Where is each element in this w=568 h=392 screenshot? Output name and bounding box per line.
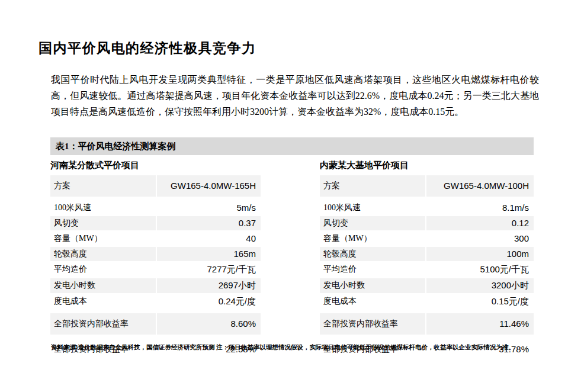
left-table: 方案 GW165-4.0MW-165H 100米风速 5m/s 风切变 0.37…: [50, 175, 261, 361]
row-value: 11.46%: [426, 313, 534, 335]
row-value: 0.24元/度: [157, 294, 261, 309]
table-row: 方案 GW165-4.0MW-100H: [320, 175, 534, 197]
table-row: 风切变 0.37: [50, 216, 261, 230]
row-label: 发电小时数: [320, 278, 425, 293]
row-value: 0.12: [426, 216, 534, 230]
table-row: 方案 GW165-4.0MW-165H: [50, 175, 261, 197]
row-value: 3200小时: [426, 278, 534, 293]
row-value: 2697小时: [157, 278, 261, 293]
row-value: GW165-4.0MW-165H: [157, 175, 261, 197]
row-value: 300: [426, 232, 534, 246]
row-value: 5m/s: [157, 201, 261, 215]
table-row: 容量（MW） 40: [50, 232, 261, 246]
row-label: 轮毂高度: [50, 247, 156, 261]
left-table-header: 河南某分散式平价项目: [50, 160, 261, 171]
table-row: 度电成本 0.24元/度: [50, 294, 261, 309]
table-section: 表1：平价风电经济性测算案例 河南某分散式平价项目 内蒙某大基地平价项目 方案 …: [50, 137, 534, 361]
row-label: 度电成本: [50, 294, 156, 309]
row-value: 40: [157, 232, 261, 246]
row-label: 容量（MW）: [320, 232, 425, 246]
row-label: 平均造价: [50, 262, 156, 277]
row-label: 方案: [50, 175, 156, 197]
report-page: 国内平价风电的经济性极具竞争力 我国平价时代陆上风电开发呈现两类典型特征，一类是…: [0, 0, 568, 392]
page-title: 国内平价风电的经济性极具竞争力: [38, 39, 256, 57]
row-label: 方案: [320, 175, 425, 197]
row-label: 全部投资内部收益率: [320, 313, 425, 335]
row-value: 8.60%: [157, 313, 261, 335]
table-row: 发电小时数 3200小时: [320, 278, 534, 293]
row-value: GW165-4.0MW-100H: [426, 175, 534, 197]
row-label: 度电成本: [320, 294, 425, 309]
row-value: 165m: [157, 247, 261, 261]
row-label: 风切变: [320, 216, 425, 230]
table-row: 平均造价 7277元/千瓦: [50, 262, 261, 277]
table-row: 全部投资内部收益率 8.60%: [50, 313, 261, 335]
table-row: 轮毂高度 165m: [50, 247, 261, 261]
row-value: 0.15元/度: [426, 294, 534, 309]
row-value: 8.1m/s: [426, 201, 534, 215]
row-value: 5100元/千瓦: [426, 262, 534, 277]
row-label: 全部投资内部收益率: [50, 313, 156, 335]
table-row: 风切变 0.12: [320, 216, 534, 230]
right-table: 方案 GW165-4.0MW-100H 100米风速 8.1m/s 风切变 0.…: [320, 175, 534, 361]
table-title: 表1：平价风电经济性测算案例: [50, 137, 534, 155]
row-value: 100m: [426, 247, 534, 261]
row-value: 7277元/千瓦: [157, 262, 261, 277]
source-footnote: 资料来源:造价数据来自金风科技，国信证券经济研究所预测 注：项目收益率以理想情况…: [51, 343, 537, 352]
row-label: 风切变: [50, 216, 156, 230]
table-row: 平均造价 5100元/千瓦: [320, 262, 534, 277]
row-label: 容量（MW）: [50, 232, 156, 246]
table-row: 发电小时数 2697小时: [50, 278, 261, 293]
intro-paragraph: 我国平价时代陆上风电开发呈现两类典型特征，一类是平原地区低风速高塔架项目，这些地…: [51, 72, 539, 120]
table-row: 100米风速 8.1m/s: [320, 201, 534, 215]
right-table-header: 内蒙某大基地平价项目: [320, 160, 534, 171]
table-row: 100米风速 5m/s: [50, 201, 261, 215]
row-label: 轮毂高度: [320, 247, 425, 261]
row-value: 0.37: [157, 216, 261, 230]
row-label: 发电小时数: [50, 278, 156, 293]
table-row: 容量（MW） 300: [320, 232, 534, 246]
row-label: 平均造价: [320, 262, 425, 277]
table-row: 全部投资内部收益率 11.46%: [320, 313, 534, 335]
table-row: 度电成本 0.15元/度: [320, 294, 534, 309]
tables-row: 方案 GW165-4.0MW-165H 100米风速 5m/s 风切变 0.37…: [50, 175, 534, 361]
row-label: 100米风速: [50, 201, 156, 215]
table-subheaders: 河南某分散式平价项目 内蒙某大基地平价项目: [50, 155, 534, 175]
table-row: 轮毂高度 100m: [320, 247, 534, 261]
row-label: 100米风速: [320, 201, 425, 215]
